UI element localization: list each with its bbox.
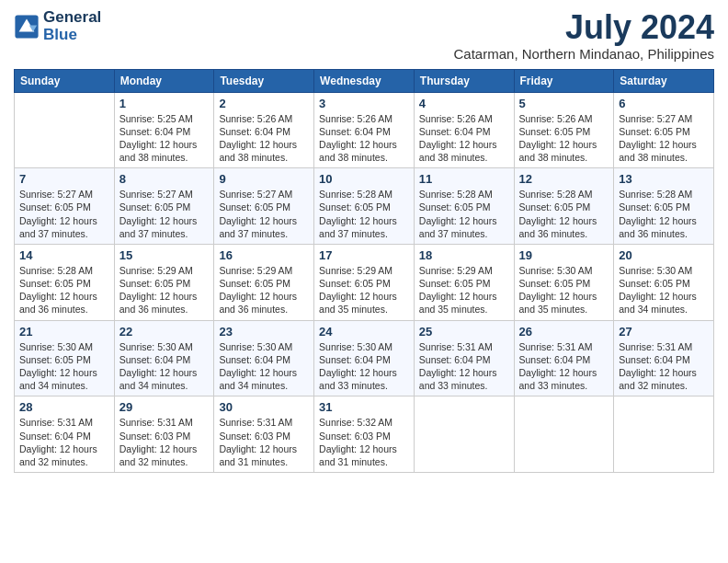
day-number: 4 [419,97,509,110]
col-header-thursday: Thursday [414,69,514,92]
calendar-cell: 1Sunrise: 5:25 AM Sunset: 6:04 PM Daylig… [114,92,214,168]
day-info: Sunrise: 5:30 AM Sunset: 6:05 PM Dayligh… [19,340,109,393]
day-number: 20 [619,248,709,262]
calendar-cell: 7Sunrise: 5:27 AM Sunset: 6:05 PM Daylig… [15,168,115,245]
day-number: 30 [219,400,309,414]
day-info: Sunrise: 5:26 AM Sunset: 6:04 PM Dayligh… [419,112,509,165]
page-header: General Blue July 2024 Catarman, Norther… [14,9,714,62]
day-number: 16 [219,248,309,262]
day-number: 1 [119,97,210,110]
day-number: 14 [19,248,109,262]
day-info: Sunrise: 5:28 AM Sunset: 6:05 PM Dayligh… [519,188,609,240]
day-info: Sunrise: 5:30 AM Sunset: 6:05 PM Dayligh… [519,264,609,316]
day-info: Sunrise: 5:31 AM Sunset: 6:03 PM Dayligh… [219,416,309,468]
day-info: Sunrise: 5:26 AM Sunset: 6:04 PM Dayligh… [219,112,309,165]
day-info: Sunrise: 5:30 AM Sunset: 6:04 PM Dayligh… [319,340,409,393]
day-number: 5 [519,97,609,110]
day-number: 6 [619,97,709,110]
day-number: 22 [119,325,210,339]
calendar-cell: 31Sunrise: 5:32 AM Sunset: 6:03 PM Dayli… [314,396,415,473]
day-number: 11 [419,172,509,186]
calendar-week-row: 21Sunrise: 5:30 AM Sunset: 6:05 PM Dayli… [15,320,714,396]
day-info: Sunrise: 5:31 AM Sunset: 6:04 PM Dayligh… [19,416,109,468]
day-info: Sunrise: 5:31 AM Sunset: 6:04 PM Dayligh… [419,340,509,393]
day-number: 9 [219,172,309,186]
calendar-cell: 10Sunrise: 5:28 AM Sunset: 6:05 PM Dayli… [314,168,415,245]
day-number: 26 [519,325,609,339]
calendar-cell: 16Sunrise: 5:29 AM Sunset: 6:05 PM Dayli… [214,244,314,320]
calendar-cell: 13Sunrise: 5:28 AM Sunset: 6:05 PM Dayli… [614,168,714,245]
day-number: 24 [319,325,409,339]
calendar-cell [514,396,614,473]
calendar-week-row: 7Sunrise: 5:27 AM Sunset: 6:05 PM Daylig… [15,168,714,245]
day-info: Sunrise: 5:25 AM Sunset: 6:04 PM Dayligh… [119,112,210,165]
calendar-cell: 26Sunrise: 5:31 AM Sunset: 6:04 PM Dayli… [514,320,614,396]
calendar-cell: 11Sunrise: 5:28 AM Sunset: 6:05 PM Dayli… [414,168,514,245]
calendar-cell: 15Sunrise: 5:29 AM Sunset: 6:05 PM Dayli… [114,244,214,320]
col-header-saturday: Saturday [614,69,714,92]
calendar-cell: 22Sunrise: 5:30 AM Sunset: 6:04 PM Dayli… [114,320,214,396]
calendar-cell: 21Sunrise: 5:30 AM Sunset: 6:05 PM Dayli… [15,320,115,396]
col-header-tuesday: Tuesday [214,69,314,92]
calendar-table: SundayMondayTuesdayWednesdayThursdayFrid… [14,69,714,473]
day-info: Sunrise: 5:29 AM Sunset: 6:05 PM Dayligh… [319,264,409,316]
calendar-cell: 5Sunrise: 5:26 AM Sunset: 6:05 PM Daylig… [514,92,614,168]
calendar-cell [15,92,115,168]
logo: General Blue [14,9,101,43]
day-info: Sunrise: 5:27 AM Sunset: 6:05 PM Dayligh… [619,112,709,165]
location-subtitle: Catarman, Northern Mindanao, Philippines [454,46,714,62]
calendar-cell: 20Sunrise: 5:30 AM Sunset: 6:05 PM Dayli… [614,244,714,320]
day-info: Sunrise: 5:31 AM Sunset: 6:04 PM Dayligh… [519,340,609,393]
day-info: Sunrise: 5:27 AM Sunset: 6:05 PM Dayligh… [119,188,210,240]
day-info: Sunrise: 5:31 AM Sunset: 6:04 PM Dayligh… [619,340,709,393]
day-info: Sunrise: 5:29 AM Sunset: 6:05 PM Dayligh… [219,264,309,316]
day-number: 17 [319,248,409,262]
calendar-cell: 25Sunrise: 5:31 AM Sunset: 6:04 PM Dayli… [414,320,514,396]
calendar-cell: 6Sunrise: 5:27 AM Sunset: 6:05 PM Daylig… [614,92,714,168]
day-info: Sunrise: 5:28 AM Sunset: 6:05 PM Dayligh… [319,188,409,240]
logo-icon [14,14,40,40]
day-number: 21 [19,325,109,339]
calendar-cell: 8Sunrise: 5:27 AM Sunset: 6:05 PM Daylig… [114,168,214,245]
calendar-cell: 23Sunrise: 5:30 AM Sunset: 6:04 PM Dayli… [214,320,314,396]
day-info: Sunrise: 5:26 AM Sunset: 6:04 PM Dayligh… [319,112,409,165]
day-info: Sunrise: 5:28 AM Sunset: 6:05 PM Dayligh… [619,188,709,240]
day-number: 15 [119,248,210,262]
col-header-wednesday: Wednesday [314,69,415,92]
day-info: Sunrise: 5:32 AM Sunset: 6:03 PM Dayligh… [319,416,409,468]
calendar-cell: 3Sunrise: 5:26 AM Sunset: 6:04 PM Daylig… [314,92,415,168]
calendar-cell: 28Sunrise: 5:31 AM Sunset: 6:04 PM Dayli… [15,396,115,473]
day-number: 23 [219,325,309,339]
day-info: Sunrise: 5:26 AM Sunset: 6:05 PM Dayligh… [519,112,609,165]
col-header-sunday: Sunday [15,69,115,92]
col-header-friday: Friday [514,69,614,92]
calendar-cell: 19Sunrise: 5:30 AM Sunset: 6:05 PM Dayli… [514,244,614,320]
day-info: Sunrise: 5:28 AM Sunset: 6:05 PM Dayligh… [419,188,509,240]
calendar-cell: 29Sunrise: 5:31 AM Sunset: 6:03 PM Dayli… [114,396,214,473]
calendar-cell: 9Sunrise: 5:27 AM Sunset: 6:05 PM Daylig… [214,168,314,245]
day-info: Sunrise: 5:30 AM Sunset: 6:04 PM Dayligh… [219,340,309,393]
day-number: 7 [19,172,109,186]
day-number: 31 [319,400,409,414]
day-info: Sunrise: 5:27 AM Sunset: 6:05 PM Dayligh… [19,188,109,240]
calendar-week-row: 1Sunrise: 5:25 AM Sunset: 6:04 PM Daylig… [15,92,714,168]
day-info: Sunrise: 5:28 AM Sunset: 6:05 PM Dayligh… [19,264,109,316]
day-number: 18 [419,248,509,262]
calendar-cell: 4Sunrise: 5:26 AM Sunset: 6:04 PM Daylig… [414,92,514,168]
day-number: 13 [619,172,709,186]
day-number: 3 [319,97,409,110]
calendar-cell [414,396,514,473]
day-info: Sunrise: 5:31 AM Sunset: 6:03 PM Dayligh… [119,416,210,468]
day-number: 12 [519,172,609,186]
day-number: 2 [219,97,309,110]
month-year-title: July 2024 [454,9,714,46]
calendar-cell: 18Sunrise: 5:29 AM Sunset: 6:05 PM Dayli… [414,244,514,320]
day-number: 10 [319,172,409,186]
calendar-cell: 24Sunrise: 5:30 AM Sunset: 6:04 PM Dayli… [314,320,415,396]
day-number: 28 [19,400,109,414]
calendar-cell: 14Sunrise: 5:28 AM Sunset: 6:05 PM Dayli… [15,244,115,320]
day-number: 27 [619,325,709,339]
day-info: Sunrise: 5:27 AM Sunset: 6:05 PM Dayligh… [219,188,309,240]
day-info: Sunrise: 5:29 AM Sunset: 6:05 PM Dayligh… [419,264,509,316]
calendar-week-row: 28Sunrise: 5:31 AM Sunset: 6:04 PM Dayli… [15,396,714,473]
